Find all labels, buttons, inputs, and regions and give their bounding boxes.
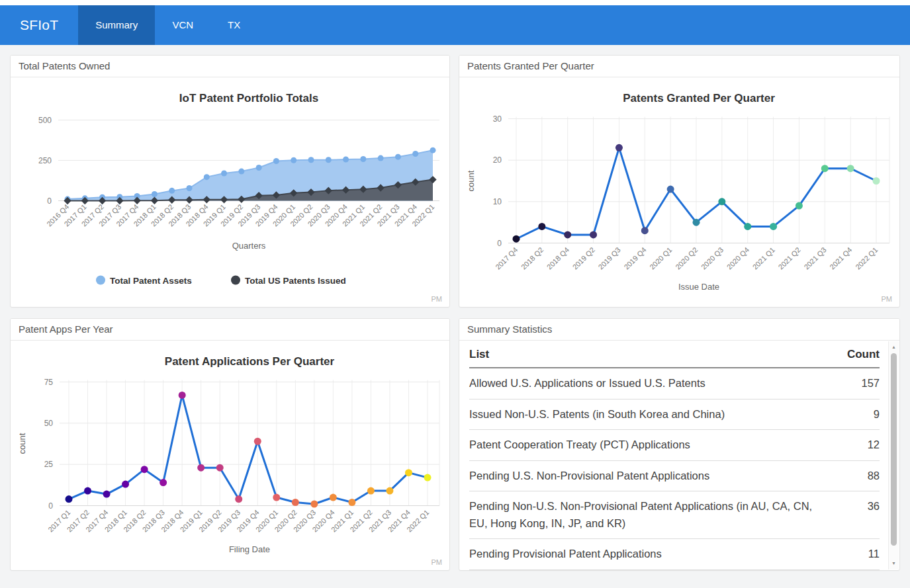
tab-summary[interactable]: Summary: [78, 5, 155, 45]
chart-watermark: PM: [882, 295, 893, 303]
svg-text:0: 0: [47, 196, 52, 206]
svg-text:2017 Q4: 2017 Q4: [494, 245, 519, 271]
stat-label: Pending Non-U.S. Non-Provisional Patent …: [469, 491, 847, 539]
table-row: Pending U.S. Non-Provisional Patent Appl…: [469, 460, 880, 491]
data-line: [69, 395, 428, 504]
list-column-header: List: [469, 341, 847, 368]
gridlines: [60, 380, 439, 506]
svg-text:2019 Q2: 2019 Q2: [571, 245, 596, 271]
svg-text:75: 75: [44, 378, 54, 387]
table-row: Allowed U.S. Applications or Issued U.S.…: [469, 368, 880, 399]
svg-text:2020 Q3: 2020 Q3: [700, 245, 725, 271]
svg-text:2019 Q4: 2019 Q4: [622, 245, 647, 271]
chart-title: Patent Applications Per Quarter: [165, 355, 335, 368]
table-row: Total Patents313: [469, 569, 880, 571]
stat-count: 313: [847, 569, 880, 571]
x-axis: 2016 Q42017 Q12017 Q22017 Q32017 Q42018 …: [45, 202, 435, 228]
svg-text:Total Patent Assets: Total Patent Assets: [110, 276, 192, 286]
stat-label: Pending U.S. Non-Provisional Patent Appl…: [469, 460, 847, 491]
panel-total-patents-owned: Total Patents Owned 0250500IoT Patent Po…: [10, 55, 450, 308]
summary-statistics-body: List Count Allowed U.S. Applications or …: [459, 341, 899, 570]
svg-text:0: 0: [48, 501, 53, 511]
table-row: Patent Cooperation Treaty (PCT) Applicat…: [469, 430, 880, 461]
scrollbar-thumb[interactable]: [891, 353, 897, 546]
legend: Total Patent AssetsTotal US Patents Issu…: [96, 276, 346, 286]
table-header-row: List Count: [469, 341, 880, 368]
table-row: Pending Provisional Patent Applications1…: [469, 539, 880, 570]
app-brand[interactable]: SFIoT: [0, 5, 78, 45]
granted-chart-body: 0102030Patents Granted Per Quarter2017 Q…: [459, 77, 899, 307]
stat-count: 11: [847, 539, 880, 570]
summary-statistics-table: List Count Allowed U.S. Applications or …: [469, 341, 880, 571]
stat-count: 9: [847, 399, 880, 430]
table-row: Pending Non-U.S. Non-Provisional Patent …: [469, 491, 880, 539]
panel-total-patents-owned-header: Total Patents Owned: [11, 56, 449, 77]
panel-patents-granted-header: Patents Granted Per Quarter: [459, 56, 899, 77]
table-scrollbar[interactable]: ▲ ▼: [888, 341, 899, 569]
y-axis-title: count: [17, 433, 27, 454]
scrollbar-up-arrow-icon[interactable]: ▲: [889, 343, 899, 352]
chart-watermark: PM: [432, 295, 443, 303]
stat-label: Allowed U.S. Applications or Issued U.S.…: [469, 368, 847, 399]
svg-text:2022 Q1: 2022 Q1: [854, 245, 879, 271]
chart-title: Patents Granted Per Quarter: [623, 92, 775, 105]
svg-text:2021 Q2: 2021 Q2: [777, 245, 802, 271]
stat-count: 12: [847, 430, 880, 461]
tab-vcn[interactable]: VCN: [155, 5, 210, 45]
count-column-header: Count: [847, 341, 880, 368]
svg-text:2020 Q2: 2020 Q2: [674, 245, 699, 271]
stat-label: Patent Cooperation Treaty (PCT) Applicat…: [469, 430, 847, 461]
svg-text:2021 Q1: 2021 Q1: [751, 245, 776, 271]
legend-swatch-us-issued: [231, 276, 240, 285]
table-row: Issued Non-U.S. Patents (in South Korea …: [469, 399, 880, 430]
svg-text:20: 20: [493, 155, 502, 165]
x-axis-title: Filing Date: [229, 544, 270, 554]
navbar: SFIoT SummaryVCNTX: [0, 5, 910, 45]
svg-text:10: 10: [493, 197, 502, 206]
apps-line-chart: 0255075Patent Applications Per Quarter20…: [11, 341, 449, 570]
stat-count: 36: [847, 491, 880, 539]
top-strip: [0, 0, 910, 5]
portfolio-chart-body: 0250500IoT Patent Portfolio Totals2016 Q…: [11, 77, 449, 307]
svg-text:2019 Q3: 2019 Q3: [597, 245, 622, 271]
chart-watermark: PM: [432, 558, 443, 566]
panel-patent-apps: Patent Apps Per Year 0255075Patent Appli…: [10, 318, 450, 571]
svg-text:25: 25: [44, 460, 54, 469]
svg-text:2021 Q4: 2021 Q4: [828, 245, 853, 271]
dashboard-content: Total Patents Owned 0250500IoT Patent Po…: [0, 45, 910, 581]
svg-text:30: 30: [493, 114, 502, 124]
svg-text:0: 0: [497, 239, 502, 248]
stat-count: 157: [847, 368, 880, 399]
panel-patents-granted: Patents Granted Per Quarter 0102030Paten…: [459, 55, 900, 308]
stat-label: Pending Provisional Patent Applications: [469, 539, 847, 570]
svg-text:2018 Q2: 2018 Q2: [520, 245, 545, 271]
y-axis: 0102030: [493, 114, 502, 248]
x-axis-title: Issue Date: [678, 282, 719, 292]
stat-count: 88: [847, 460, 880, 491]
svg-text:50: 50: [44, 419, 54, 428]
scrollbar-down-arrow-icon[interactable]: ▼: [889, 559, 899, 568]
y-axis-title: count: [466, 170, 476, 191]
svg-text:250: 250: [38, 156, 52, 165]
svg-text:2018 Q4: 2018 Q4: [545, 245, 570, 271]
x-axis: 2017 Q42018 Q22018 Q42019 Q22019 Q32019 …: [494, 245, 879, 271]
svg-text:500: 500: [38, 116, 52, 125]
chart-title: IoT Patent Portfolio Totals: [179, 92, 318, 105]
svg-text:Total US Patents Issued: Total US Patents Issued: [245, 276, 346, 286]
stat-label: Issued Non-U.S. Patents (in South Korea …: [469, 399, 847, 430]
y-axis: 0255075: [44, 378, 54, 511]
legend-swatch-assets: [96, 276, 105, 285]
stat-label: Total Patents: [469, 569, 847, 571]
x-axis: 2017 Q12017 Q22017 Q42018 Q12018 Q22018 …: [46, 508, 430, 533]
svg-text:2021 Q3: 2021 Q3: [802, 245, 827, 271]
y-axis: 0250500: [38, 116, 52, 206]
portfolio-area-chart: 0250500IoT Patent Portfolio Totals2016 Q…: [11, 77, 449, 307]
svg-text:2020 Q4: 2020 Q4: [725, 245, 751, 271]
granted-line-chart: 0102030Patents Granted Per Quarter2017 Q…: [459, 77, 899, 307]
panel-summary-statistics-header: Summary Statistics: [459, 319, 899, 341]
nav-tabs: SummaryVCNTX: [78, 5, 257, 45]
panel-summary-statistics: Summary Statistics List Count Allowed U.…: [459, 318, 900, 571]
x-axis-title: Quarters: [232, 241, 266, 251]
tab-tx[interactable]: TX: [210, 5, 257, 45]
apps-chart-body: 0255075Patent Applications Per Quarter20…: [11, 341, 449, 570]
